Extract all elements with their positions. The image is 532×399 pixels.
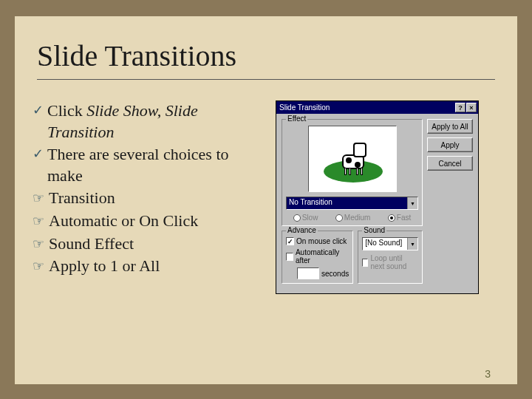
slide-frame: Slide Transitions ✓ Click Slide Show, Sl… xyxy=(15,16,517,384)
hand-icon: ☞ xyxy=(33,256,49,275)
slide-transition-dialog: Slide Transition ? × Effect xyxy=(276,100,479,294)
dialog-title-text: Slide Transition xyxy=(279,103,454,112)
transition-preview xyxy=(308,126,397,192)
seconds-row: seconds xyxy=(297,267,349,279)
bullet-text: Sound Effect xyxy=(49,233,134,255)
dialog-column: Slide Transition ? × Effect xyxy=(276,100,495,294)
bullet-text: Apply to 1 or All xyxy=(49,256,160,277)
seconds-input[interactable] xyxy=(297,267,319,279)
chevron-down-icon: ▼ xyxy=(407,238,417,250)
apply-button[interactable]: Apply xyxy=(427,137,473,152)
apply-to-all-button[interactable]: Apply to All xyxy=(427,119,473,134)
advance-groupbox: Advance ✓ On mouse click Automatically a… xyxy=(282,231,353,284)
dialog-main-column: Effect xyxy=(282,119,423,288)
close-button[interactable]: × xyxy=(466,103,477,112)
chevron-down-icon: ▼ xyxy=(407,197,417,209)
dialog-button-column: Apply to All Apply Cancel xyxy=(427,119,473,288)
hand-icon: ☞ xyxy=(33,211,49,230)
bullet-text-column: ✓ Click Slide Show, Slide Transition ✓ T… xyxy=(37,100,262,294)
hand-icon: ☞ xyxy=(33,233,49,253)
checkbox-icon: ✓ xyxy=(286,237,294,245)
effect-label: Effect xyxy=(286,115,307,123)
sound-groupbox: Sound [No Sound] ▼ Loop until next sound xyxy=(358,231,423,284)
speed-slow-radio[interactable]: Slow xyxy=(293,214,318,222)
content-row: ✓ Click Slide Show, Slide Transition ✓ T… xyxy=(37,100,495,294)
loop-sound-checkbox[interactable]: Loop until next sound xyxy=(362,254,418,270)
sound-selected: [No Sound] xyxy=(363,238,407,250)
radio-icon xyxy=(293,214,301,222)
sound-dropdown[interactable]: [No Sound] ▼ xyxy=(362,237,418,250)
speed-radio-row: Slow Medium Fast xyxy=(286,214,418,222)
auto-after-checkbox[interactable]: Automatically after xyxy=(286,248,349,265)
checkbox-icon xyxy=(362,259,368,267)
slide-title: Slide Transitions xyxy=(37,38,495,73)
hand-icon: ☞ xyxy=(33,188,49,207)
radio-icon xyxy=(335,214,343,222)
speed-medium-radio[interactable]: Medium xyxy=(335,214,371,222)
dialog-body: Effect xyxy=(276,114,478,293)
sub-bullet-item: ☞ Sound Effect xyxy=(33,233,262,255)
transition-selected: No Transition xyxy=(287,197,407,209)
on-mouse-click-checkbox[interactable]: ✓ On mouse click xyxy=(286,237,349,245)
bullet-item: ✓ Click Slide Show, Slide Transition xyxy=(33,100,262,143)
help-button[interactable]: ? xyxy=(455,103,466,112)
cancel-button[interactable]: Cancel xyxy=(427,156,473,171)
advance-label: Advance xyxy=(286,226,318,234)
transition-dropdown[interactable]: No Transition ▼ xyxy=(286,197,418,210)
sound-label: Sound xyxy=(362,226,386,234)
effect-groupbox: Effect xyxy=(282,119,423,226)
bullet-item: ✓ There are several choices to make xyxy=(33,144,262,186)
page-number: 3 xyxy=(485,368,491,380)
title-underline xyxy=(37,79,495,80)
speed-fast-radio[interactable]: Fast xyxy=(388,214,411,222)
dialog-titlebar: Slide Transition ? × xyxy=(276,101,478,114)
sub-bullet-item: ☞ Apply to 1 or All xyxy=(33,256,262,277)
sub-bullet-item: ☞ Transition xyxy=(33,188,262,209)
sub-bullet-item: ☞ Automatic or On Click xyxy=(33,211,262,232)
bullet-text: Automatic or On Click xyxy=(49,211,198,232)
dialog-bottom-row: Advance ✓ On mouse click Automatically a… xyxy=(282,231,423,288)
bullet-text: Click Slide Show, Slide Transition xyxy=(47,100,262,143)
radio-icon xyxy=(388,214,395,222)
bullet-text: Transition xyxy=(49,188,115,209)
check-icon: ✓ xyxy=(33,100,47,119)
preview-cow-icon xyxy=(338,141,368,171)
check-icon: ✓ xyxy=(33,144,47,163)
checkbox-icon xyxy=(286,253,293,261)
bullet-text: There are several choices to make xyxy=(47,144,262,186)
seconds-label: seconds xyxy=(321,270,349,278)
